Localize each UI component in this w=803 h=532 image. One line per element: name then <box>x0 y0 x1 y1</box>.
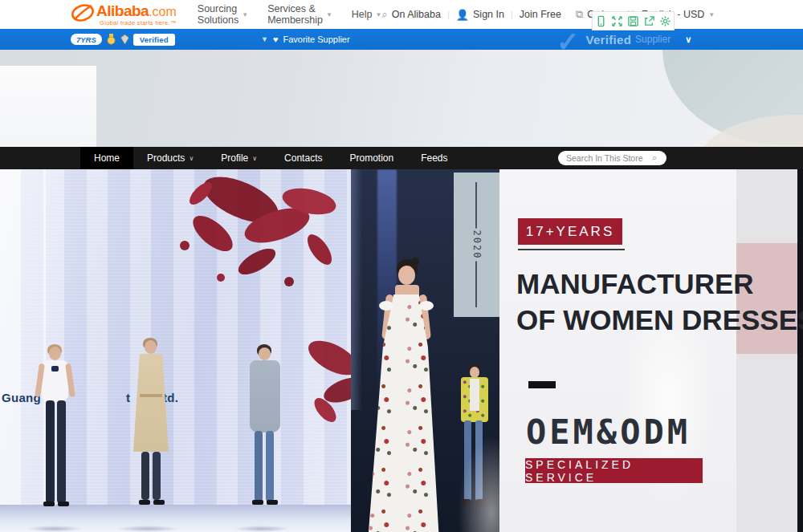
banner-text-panel: 17+YEARS MANUFACTURER OF WOMEN DRESSES O… <box>499 169 803 532</box>
model-tunic-jeans <box>228 344 296 529</box>
chevron-down-icon: ∨ <box>252 155 257 162</box>
tab-profile[interactable]: Profile∨ <box>207 147 271 169</box>
supplier-bar: 7YRS Verified ▼ ♥ Favorite Supplier ✓ Ve… <box>0 29 803 50</box>
gold-medal-icon <box>106 34 116 45</box>
oem-odm-label: OEM&ODM <box>526 412 691 452</box>
favorite-supplier-button[interactable]: ▼ ♥ Favorite Supplier <box>261 35 350 44</box>
model-trench-coat <box>111 338 185 529</box>
join-free-link[interactable]: Join Free <box>520 9 561 20</box>
heart-icon: ♥ <box>273 35 279 44</box>
save-icon[interactable] <box>627 15 639 27</box>
logo-suffix-text: .com <box>149 5 177 19</box>
logo-brand-text: Alibaba <box>96 2 149 20</box>
nav-help[interactable]: Help▼ <box>352 9 382 20</box>
model-white-top <box>21 344 88 529</box>
user-icon: 👤 <box>456 9 469 21</box>
alibaba-logo-icon <box>71 2 95 22</box>
hero-white-panel <box>0 66 96 147</box>
years-badge[interactable]: 7YRS <box>71 34 102 45</box>
chevron-down-icon: ▼ <box>376 11 382 18</box>
extension-toolbar <box>592 11 675 30</box>
tab-feeds[interactable]: Feeds <box>407 147 461 169</box>
chevron-down-icon: ▼ <box>242 11 248 18</box>
divider-dash <box>528 381 556 388</box>
logo-tagline: Global trade starts here.™ <box>100 19 177 26</box>
search-icon: ⌕ <box>381 8 387 21</box>
on-alibaba-search[interactable]: ⌕On Alibaba <box>381 8 440 21</box>
mobile-icon[interactable] <box>595 15 607 27</box>
gear-icon[interactable] <box>659 15 671 27</box>
nav-sourcing-solutions[interactable]: Sourcing Solutions▼ <box>198 3 248 26</box>
main-banner[interactable]: Guang t td. <box>0 169 803 532</box>
verified-badge[interactable]: Verified <box>133 34 175 46</box>
verified-supplier-watermark[interactable]: ✓ Verified Supplier ∨ <box>556 29 691 50</box>
share-icon[interactable] <box>643 15 655 27</box>
check-icon: ✓ <box>556 29 580 50</box>
tab-promotion[interactable]: Promotion <box>336 147 407 169</box>
hero-strip <box>0 50 803 147</box>
tab-contacts[interactable]: Contacts <box>271 147 336 169</box>
banner-headline: MANUFACTURER OF WOMEN DRESSES <box>516 266 803 338</box>
stage-photo: Guang t td. <box>0 169 351 532</box>
chevron-down-icon: ▼ <box>261 35 268 43</box>
top-header: Alibaba.com Global trade starts here.™ S… <box>0 0 803 29</box>
year-strip: 2020 <box>454 173 499 317</box>
year-label: 2020 <box>468 229 486 262</box>
chevron-down-icon: ▼ <box>708 11 715 18</box>
alibaba-store-page: Alibaba.com Global trade starts here.™ S… <box>0 0 803 532</box>
store-search-input[interactable] <box>558 151 666 165</box>
order-icon: ⧉ <box>576 8 583 21</box>
floral-dress <box>361 294 451 532</box>
tab-products[interactable]: Products∨ <box>133 147 207 169</box>
model-floral-dress <box>355 259 455 532</box>
sign-in-link[interactable]: 👤Sign In <box>456 9 504 21</box>
chevron-down-icon: ▼ <box>326 11 332 18</box>
years-experience-badge: 17+YEARS <box>518 218 622 245</box>
tab-home[interactable]: Home <box>80 147 133 169</box>
chevron-down-icon: ∨ <box>685 35 691 45</box>
specialized-service-badge: SPECIALIZED SERVICE <box>525 458 703 483</box>
chevron-down-icon: ∨ <box>189 155 194 162</box>
diamond-badge-icon <box>120 34 130 45</box>
alibaba-logo[interactable]: Alibaba.com Global trade starts here.™ <box>71 2 177 26</box>
nav-services-membership[interactable]: Services & Membership▼ <box>267 3 332 26</box>
store-nav: Home Products∨ Profile∨ Contacts Promoti… <box>0 147 803 169</box>
header-nav: Sourcing Solutions▼ Services & Membershi… <box>198 3 382 26</box>
expand-icon[interactable] <box>611 15 623 27</box>
